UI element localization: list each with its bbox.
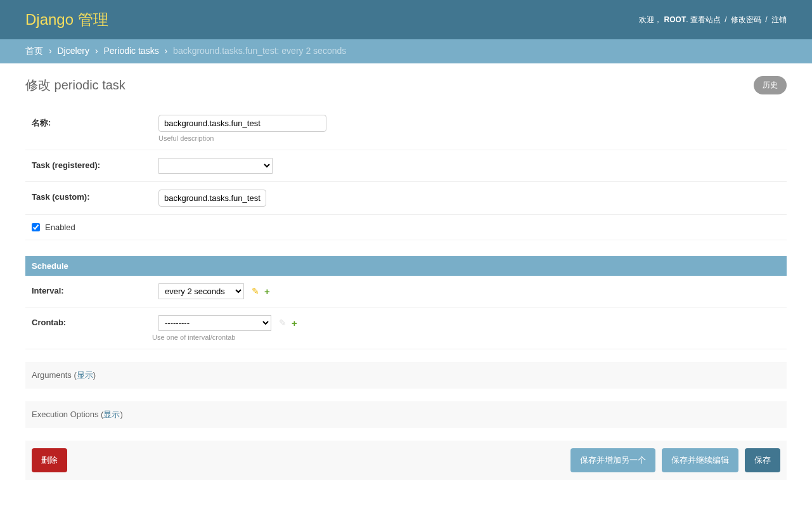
field-crontab-row: Crontab: --------- ✎ + Use one of interv…: [25, 307, 787, 349]
crontab-help: Use one of interval/crontab: [152, 333, 780, 341]
arguments-section: Arguments (显示): [25, 362, 787, 389]
save-continue-button[interactable]: 保存并继续编辑: [662, 448, 738, 472]
save-add-another-button[interactable]: 保存并增加另一个: [570, 448, 655, 472]
crontab-select[interactable]: ---------: [158, 315, 271, 331]
header: Django 管理 欢迎， ROOT. 查看站点 / 修改密码 / 注销: [0, 0, 812, 39]
crontab-label: Crontab:: [32, 315, 158, 327]
interval-label: Interval:: [32, 283, 158, 295]
name-help: Useful description: [158, 134, 780, 142]
task-registered-label: Task (registered):: [32, 158, 158, 170]
user-tools: 欢迎， ROOT. 查看站点 / 修改密码 / 注销: [639, 15, 787, 25]
name-input[interactable]: [158, 115, 326, 132]
page-title: 修改 periodic task: [25, 77, 126, 94]
arguments-suffix: ): [93, 370, 96, 380]
task-registered-select[interactable]: [158, 158, 273, 174]
plus-icon[interactable]: +: [264, 286, 270, 297]
arguments-show-link[interactable]: 显示: [77, 370, 93, 380]
breadcrumb-current: background.tasks.fun_test: every 2 secon…: [173, 46, 346, 56]
arguments-prefix: Arguments (: [32, 370, 77, 380]
enabled-label[interactable]: Enabled: [45, 223, 75, 232]
save-button[interactable]: 保存: [745, 448, 780, 472]
execution-show-link[interactable]: 显示: [103, 410, 120, 419]
delete-button[interactable]: 删除: [32, 448, 67, 472]
pencil-icon[interactable]: ✎: [252, 286, 259, 296]
change-password-link[interactable]: 修改密码: [731, 15, 761, 24]
name-label: 名称:: [32, 115, 158, 129]
content: 修改 periodic task 历史 名称: Useful descripti…: [0, 63, 812, 493]
field-name-row: 名称: Useful description: [25, 107, 787, 150]
field-interval-row: Interval: every 2 seconds ✎ +: [25, 276, 787, 307]
pencil-icon[interactable]: ✎: [279, 318, 287, 328]
task-custom-input[interactable]: [158, 190, 266, 207]
username: ROOT: [664, 15, 686, 24]
logout-link[interactable]: 注销: [771, 15, 787, 24]
interval-select[interactable]: every 2 seconds: [158, 283, 244, 299]
task-custom-label: Task (custom):: [32, 190, 158, 202]
execution-options-section: Execution Options (显示): [25, 401, 787, 428]
execution-prefix: Execution Options (: [32, 410, 103, 419]
field-task-custom-row: Task (custom):: [25, 182, 787, 215]
breadcrumb-home[interactable]: 首页: [25, 46, 43, 56]
plus-icon[interactable]: +: [292, 318, 297, 328]
field-task-registered-row: Task (registered):: [25, 150, 787, 182]
breadcrumb-model[interactable]: Periodic tasks: [103, 46, 158, 56]
breadcrumb: 首页 › Djcelery › Periodic tasks › backgro…: [0, 39, 812, 63]
breadcrumb-app[interactable]: Djcelery: [57, 46, 89, 56]
enabled-checkbox[interactable]: [32, 223, 40, 231]
history-button[interactable]: 历史: [754, 76, 787, 94]
welcome-text: 欢迎，: [639, 15, 662, 24]
view-site-link[interactable]: 查看站点: [690, 15, 721, 24]
submit-row: 删除 保存并增加另一个 保存并继续编辑 保存: [25, 441, 787, 480]
branding[interactable]: Django 管理: [25, 10, 108, 30]
execution-suffix: ): [120, 410, 122, 419]
schedule-header: Schedule: [25, 256, 787, 276]
field-enabled-row: Enabled: [25, 215, 787, 240]
